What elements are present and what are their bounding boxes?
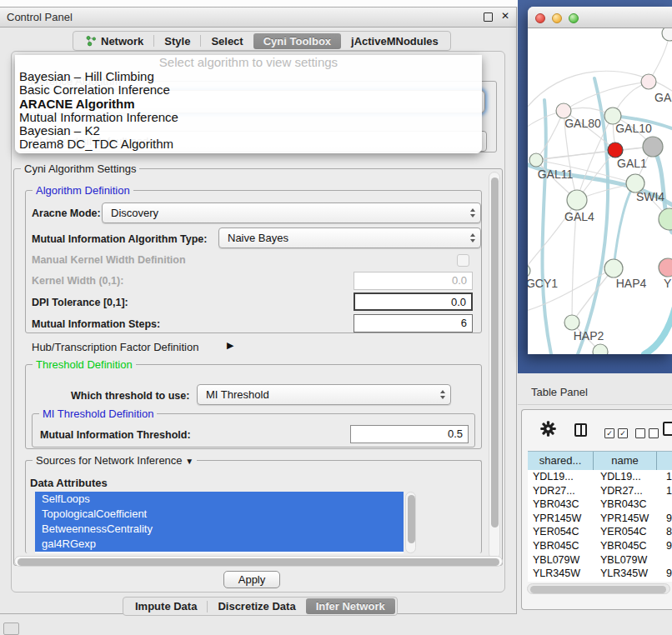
aracne-mode-combo[interactable]: Discovery [102,202,481,223]
sources-title[interactable]: Sources for Network Inference ▼ [33,454,197,467]
network-edge [572,268,614,322]
table-cell: YBR043C [528,498,594,512]
table-cell: YLR345W [528,567,594,581]
apply-button[interactable]: Apply [223,571,280,588]
gear-icon[interactable] [540,421,556,440]
network-node-label: Y [664,277,672,290]
mi-steps-label: Mutual Information Steps: [32,318,160,330]
network-node[interactable] [641,74,656,89]
table-header-row: shared...name [528,451,672,472]
table-row[interactable]: YBR045CYBR045C9. [528,539,672,553]
attribute-list-scrollbar-thumb[interactable] [408,495,415,543]
settings-horizontal-scrollbar[interactable] [14,556,503,567]
network-node[interactable] [528,264,530,278]
mi-steps-field[interactable]: 6 [354,314,473,332]
attribute-option[interactable]: BetweennessCentrality [35,522,404,537]
tab-infer-network[interactable]: Infer Network [306,598,395,614]
settings-vertical-scrollbar[interactable] [489,172,500,559]
tab-jactivemnodules[interactable]: jActiveMNodules [341,33,449,49]
network-node[interactable] [643,137,663,157]
tab-style[interactable]: Style [154,33,200,49]
network-edge [542,100,551,354]
kernel-width-field[interactable]: 0.0 [354,272,473,290]
table-row[interactable]: YER054CYER054C8. [528,525,672,539]
sources-collapse-icon[interactable]: ▼ [185,457,193,466]
minimized-panel-icon[interactable] [3,622,19,635]
network-node[interactable] [659,208,672,230]
tab-cyni-toolbox[interactable]: Cyni Toolbox [253,33,341,49]
document-icon[interactable] [663,422,672,436]
column-header[interactable]: shared... [528,452,594,471]
network-window-titlebar[interactable] [528,7,672,28]
algorithm-option[interactable]: Bayesian – K2 [15,124,482,138]
hub-expand-icon[interactable]: ▶ [227,340,233,351]
tab-select[interactable]: Select [201,33,253,49]
table-row[interactable]: YDR27...YDR27...12 [528,484,672,498]
mi-type-combo[interactable]: Naive Bayes [218,228,481,248]
table-cell: 12 [657,484,672,498]
table-horizontal-scrollbar[interactable] [527,583,670,594]
table-cell: 9. [657,539,672,553]
hub-definition-label[interactable]: Hub/Transcription Factor Definition [32,341,198,353]
column-header[interactable]: name [594,452,657,471]
table-row[interactable]: YLR345WYLR345W9. [528,567,672,581]
tab-impute-data[interactable]: Impute Data [125,598,207,614]
network-node[interactable] [604,259,623,278]
attribute-option[interactable]: TopologicalCoefficient [35,507,404,522]
tab-discretize-data[interactable]: Discretize Data [208,598,305,614]
network-edge [644,303,672,354]
algorithm-option[interactable]: ARACNE Algorithm [15,98,482,111]
network-edge [564,82,649,111]
float-window-icon[interactable] [484,12,493,22]
algorithm-option[interactable]: Mutual Information Inference [15,111,482,124]
zoom-traffic-light-icon[interactable] [569,13,579,23]
table-cell [657,553,672,568]
close-traffic-light-icon[interactable] [535,13,545,23]
spinner-arrows-icon [470,233,475,242]
network-node[interactable] [564,315,579,330]
dpi-tolerance-field[interactable]: 0.0 [354,292,473,311]
tab-network[interactable]: Network [75,33,153,49]
dpi-tolerance-label: DPI Tolerance [0,1]: [32,297,128,308]
table-row[interactable]: YPR145WYPR145W9. [528,512,672,526]
mi-threshold-field[interactable]: 0.5 [350,425,469,443]
network-node[interactable] [529,153,543,167]
which-threshold-label: Which threshold to use: [71,390,189,402]
bottom-tabs: Impute DataDiscretize DataInfer Network [123,597,398,616]
table-horizontal-scrollbar-thumb[interactable] [530,586,666,593]
manual-kernel-checkbox[interactable] [457,254,469,267]
minimize-traffic-light-icon[interactable] [552,13,562,23]
table-cell: YER054C [594,525,657,539]
table-row[interactable]: YIL052CYIL052C9 [528,581,672,582]
algorithm-option[interactable]: Dream8 DC_TDC Algorithm [15,138,482,151]
network-node[interactable] [567,190,587,210]
close-icon[interactable]: ✕ [501,10,509,22]
algorithm-option[interactable]: Bayesian – Hill Climbing [15,70,482,83]
network-node[interactable] [659,258,672,277]
table-row[interactable]: YDL19...YDL19...13 [528,470,672,484]
control-panel-titlebar[interactable]: Control Panel ✕ [0,8,516,28]
algorithm-option[interactable]: Basic Correlation Inference [15,83,482,97]
attribute-list-scrollbar[interactable] [405,492,416,553]
table-row[interactable]: YBL079WYBL079W [528,553,672,568]
network-node-label: GAL4 [564,210,594,223]
settings-vertical-scrollbar-thumb[interactable] [491,178,499,528]
table-body: YDL19...YDL19...13YDR27...YDR27...12YBR0… [528,470,672,582]
network-icon [85,35,97,47]
deselect-all-checkboxes-icon[interactable] [635,425,662,440]
network-node[interactable] [662,28,672,41]
column-header[interactable] [657,452,672,471]
settings-horizontal-scrollbar-thumb[interactable] [18,558,499,566]
select-all-checkboxes-icon[interactable]: ✓✓ [604,425,631,440]
data-attributes-list[interactable]: SelfLoopsTopologicalCoefficientBetweenne… [35,492,404,553]
attribute-option[interactable]: gal4RGexp [35,537,404,552]
attribute-option[interactable]: SelfLoops [35,492,404,507]
table-panel-separator [518,404,672,405]
control-panel-tabs: NetworkStyleSelectCyni ToolboxjActiveMNo… [73,31,451,51]
which-threshold-combo[interactable]: MI Threshold [197,384,451,405]
columns-icon[interactable] [574,423,587,437]
network-graph-canvas[interactable]: GALGAL80GAL10GAL11GAL1SWI4GAL4GCY1HAP4YH… [528,28,672,354]
network-node[interactable] [608,142,623,158]
table-row[interactable]: YBR043CYBR043C [528,498,672,512]
network-node[interactable] [593,344,608,354]
